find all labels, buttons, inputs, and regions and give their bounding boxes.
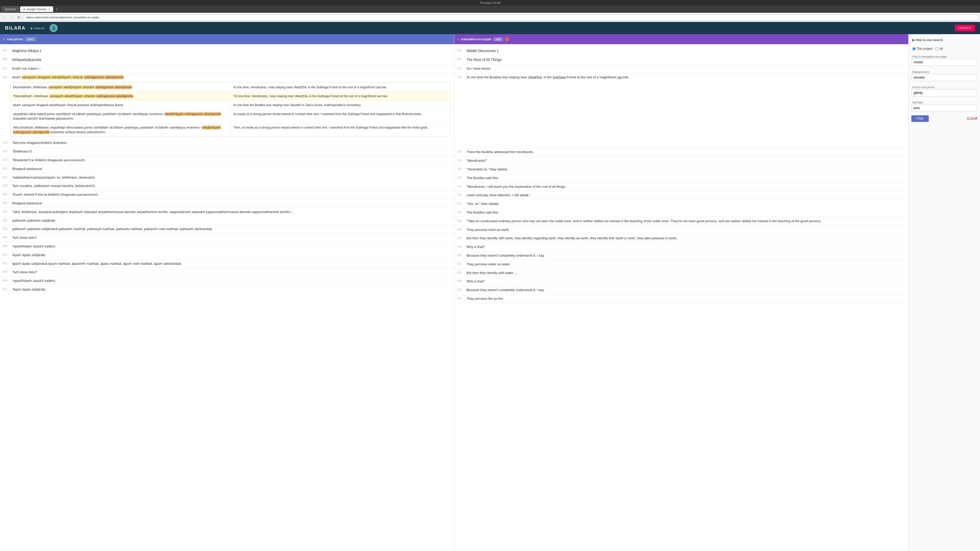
search-result-right: Then, as easily as a strong person would… [231, 123, 451, 137]
left-panel-header: ≡ root-pli-ms view [0, 34, 454, 44]
table-row: 4.2 But then they identify with water ..… [454, 269, 908, 278]
row-text: "Mendicants!" [466, 158, 905, 164]
row-text: But then they identify with water ... [466, 270, 905, 276]
logout-button[interactable]: LOGOUT [955, 25, 975, 32]
table-row: 1.2 ekaṁ samayaṁ bhagavā ukkaṭṭhāyaṁ vih… [0, 73, 454, 82]
search-result-left: Ekamidāhaṁ, bhikkhave, samayaṁ ukkaṭṭhāy… [11, 83, 231, 92]
table-row: 1.3 There the Buddha addressed the mendi… [454, 148, 908, 157]
forward-button[interactable]: → [9, 15, 15, 20]
url-text: bilara.suttacentral.net/translation/mnl_… [26, 16, 99, 19]
user-avatar: 👤 [49, 24, 58, 32]
row-num: 3.3 [3, 227, 10, 230]
row-num: 1.2 [3, 75, 10, 78]
table-row: 1.1 So I have heard. [454, 65, 908, 73]
table-row: 1.3 Tatra kho bhagavā bhikkhū āmantesi: [0, 139, 454, 148]
row-num: 4.3 [457, 279, 465, 283]
row-text: At one time the Buddha was staying near … [466, 75, 905, 80]
search-result-left: "Ekamidāhaṁ, bhikkhave, samayaṁ ukkaṭṭhā… [11, 92, 231, 100]
search-result-row: Atha khvāhaṁ, bhikkhave, seyyathāpi nāma… [11, 123, 451, 137]
row-text: Āpaṁ āpato sañjānāti; [12, 252, 451, 258]
table-row: 3.2 pathaviṁ pathavito sañjānāti; [0, 217, 454, 225]
row-text: Taṁ kissa hetu? [12, 235, 451, 241]
row-num: 3.5 [3, 244, 10, 248]
table-row: 0.2 Mūlapariyāyasutta [0, 56, 454, 64]
left-panel: ≡ root-pli-ms view 0.1 Majjhima Nikāya 1… [0, 34, 454, 551]
activities-menu[interactable]: Activities [2, 6, 19, 12]
row-num: 2.4 [3, 201, 10, 204]
search-results-block: Ekamidāhaṁ, bhikkhave, samayaṁ ukkaṭṭhāy… [10, 83, 451, 137]
url-input[interactable]: bilara.suttacentral.net/translation/mnl_… [23, 14, 978, 21]
app-header: BILARA ▶ How to 👤 LOGOUT [0, 22, 980, 34]
sidebar-header-section: ▶ How to use search [912, 37, 977, 43]
status-dot [505, 37, 509, 41]
new-tab-button[interactable]: + [54, 7, 59, 11]
sidebar-title[interactable]: ▶ How to use search [912, 37, 977, 43]
uid-filter-label: UID filter [912, 100, 977, 105]
row-num: 4.4 [3, 278, 10, 282]
table-row: 4.4 Because they haven't completely unde… [454, 286, 908, 295]
chrome-tab[interactable]: ● Google Chrome ✕ [20, 6, 53, 12]
table-row: 2.4 The Buddha said this: [454, 208, 908, 217]
find-translation-input[interactable] [912, 59, 977, 66]
tab-close-icon[interactable]: ✕ [48, 8, 50, 11]
how-to-nav[interactable]: ▶ How to [30, 26, 45, 30]
table-row: 4.1 Āpaṁ āpato sañjānāti; [0, 251, 454, 260]
table-row: 4.4 'Apariññātaṁ tassā'ti vadāmi. [0, 277, 454, 286]
radio-this-project-input[interactable] [912, 47, 916, 51]
row-text: āpaṁ āpato sañjānatvā āpaṁ maññati, āpas… [12, 261, 451, 267]
row-text: Evaṁ me sutaṁ— [12, 66, 451, 71]
replacement-label: Replacement [912, 69, 977, 74]
row-num: 5.1 [457, 296, 465, 300]
browser-topbar: Thu Aug 5 15:42 [0, 0, 980, 6]
row-text: "sabbadhammaūlapariyāyaṁ vo, bhikkhave, … [12, 175, 451, 180]
row-num: 4.1 [3, 252, 10, 256]
search-result-row: seyyathāpi nāma balavā puriso samiñjitaṁ… [11, 110, 451, 123]
row-text: Tatra kho bhagavā bhikkhū āmantesi: [12, 140, 451, 146]
reload-button[interactable]: ↻ [16, 15, 21, 20]
view-button[interactable]: view [25, 37, 36, 41]
uid-filter-input[interactable] [912, 105, 977, 112]
row-text: Bhagavā etadavoca: [12, 201, 451, 206]
row-num: 3.2 [3, 218, 10, 222]
row-text: They perceive earth as earth. [466, 227, 905, 233]
row-num: 1.4 [3, 149, 10, 152]
sidebar-title-text: How to use search [916, 38, 943, 42]
right-panel-tag: translation-en-sujato [461, 38, 492, 41]
table-row: 4.1 They perceive water as water. [454, 260, 908, 269]
right-panel: ≡ translation-en-sujato edit 0.1 Middle … [454, 34, 908, 551]
find-root-label: Find in root-pli-ms [912, 85, 977, 89]
radio-all[interactable]: All [935, 47, 943, 51]
find-root-input[interactable] [912, 89, 977, 97]
main-layout: ≡ root-pli-ms view 0.1 Majjhima Nikāya 1… [0, 34, 980, 551]
search-result-row: Ekamidāhaṁ, bhikkhave, samayaṁ ukkaṭṭhāy… [11, 83, 451, 92]
table-row: 1.5 "Bhadante"ti te bhikkhū bhagavato pa… [0, 156, 454, 165]
search-result-right: "At one time, mendicants, I was staying … [231, 92, 451, 100]
right-panel-icon: ≡ [457, 38, 459, 41]
table-row: 3.4 Why is that? [454, 243, 908, 251]
right-search-placeholder [454, 82, 908, 148]
table-row: 5.1 They perceive fire as fire. [454, 295, 908, 303]
find-button[interactable]: FIND [912, 115, 929, 122]
table-row: 2.1 "Mendicants, I will teach you the ex… [454, 183, 908, 191]
play-icon: ▶ [30, 26, 33, 30]
table-row: 3.3 But then they identify with earth, t… [454, 234, 908, 243]
row-text: Tejaṁ tejato sañjānāti; [12, 287, 451, 292]
radio-all-input[interactable] [935, 47, 939, 51]
radio-this-project-label: This project [917, 47, 932, 51]
row-text: "Venerable sir," they replied. [466, 167, 905, 172]
row-text: pathaviṁ pathavito sañjānatvā pathaviṁ m… [12, 227, 451, 232]
row-text: They perceive water as water. [466, 262, 905, 267]
row-text: Taṁ kissa hetu? [12, 270, 451, 275]
tab-bar: Activities ● Google Chrome ✕ + [0, 6, 980, 13]
back-button[interactable]: ← [2, 15, 8, 20]
radio-this-project[interactable]: This project [912, 47, 932, 51]
search-result-right: At one time the Buddha was staying near … [231, 101, 451, 110]
table-row: 1.4 "Mendicants!" [454, 157, 908, 165]
row-text: The Root of All Things [466, 57, 905, 62]
table-row: 4.3 Taṁ kissa hetu? [0, 268, 454, 277]
replacement-input[interactable] [912, 74, 977, 81]
edit-button[interactable]: edit [493, 37, 503, 41]
clear-button[interactable]: CLEAR [967, 117, 977, 121]
tab-label: Google Chrome [27, 8, 46, 11]
row-num: 1.6 [457, 176, 465, 179]
